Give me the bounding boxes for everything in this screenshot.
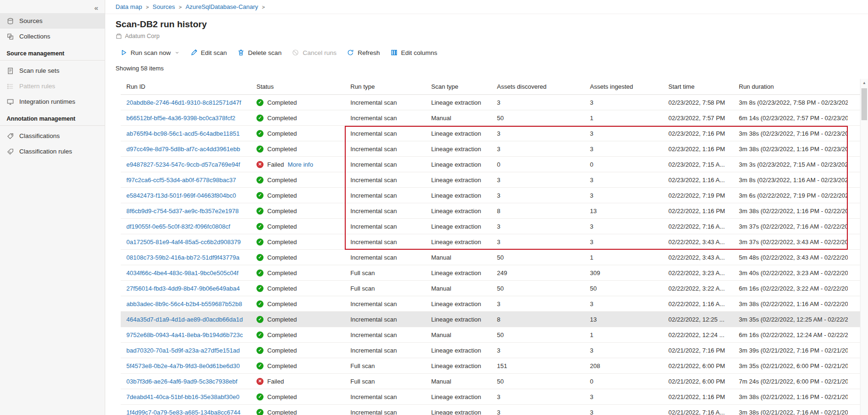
table-row[interactable]: 7deabd41-40ca-51bf-bb16-35e38abf30e0✓Com… (121, 389, 860, 405)
start-time-cell: 02/22/2022, 12:25 ... (663, 316, 733, 323)
table-row[interactable]: f97c2ca6-ccf5-53d4-ab0f-6778c98bac37✓Com… (121, 172, 860, 188)
table-row[interactable]: 27f56014-fbd3-4dd9-8b47-9b06e649aba4✓Com… (121, 281, 860, 296)
status-label: Completed (267, 300, 297, 307)
sidebar-item-classification-rules[interactable]: Classification rules (0, 144, 105, 159)
table-row[interactable]: 9752e68b-0943-4a41-8eba-9b194d6b723c✓Com… (121, 327, 860, 343)
edit-columns-button[interactable]: Edit columns (385, 46, 442, 60)
assets-ingested-cell: 309 (584, 269, 663, 277)
run-id-link[interactable]: 8f6cb9d9-c754-5d37-ae9c-fb357e2e1978 (126, 208, 239, 215)
table-row[interactable]: 20abdb8e-2746-46d1-9310-8c812571d47f✓Com… (121, 95, 860, 110)
run-id-link[interactable]: d97cc49e-8d79-5d8b-af7c-ac4dd3961ebb (126, 146, 240, 153)
status-completed-icon: ✓ (256, 316, 264, 323)
run-id-link[interactable]: e9487827-5234-547c-9ccb-d57ca769e94f (126, 161, 240, 168)
run-id-link[interactable]: f97c2ca6-ccf5-53d4-ab0f-6778c98bac37 (126, 177, 236, 184)
table-row[interactable]: 1f4d99c7-0a79-5e83-a685-134ba8cc6744✓Com… (121, 405, 860, 415)
table-row[interactable]: e9487827-5234-547c-9ccb-d57ca769e94f✕Fai… (121, 157, 860, 172)
table-row[interactable]: df19055f-0e65-5c0f-83f2-f096fc0808cf✓Com… (121, 219, 860, 234)
breadcrumb-link-data-map[interactable]: Data map (116, 3, 142, 10)
run-id-link[interactable]: df19055f-0e65-5c0f-83f2-f096fc0808cf (126, 223, 230, 230)
toolbar-button-label: Cancel runs (302, 49, 336, 56)
table-row[interactable]: 5f4573e8-0b2e-4a7b-9fd3-8e0d61be6d30✓Com… (121, 358, 860, 374)
run-id-link[interactable]: bad70320-70a1-5d9f-a23a-a27df5e151ad (126, 347, 240, 354)
cancel-runs-button: Cancel runs (287, 46, 341, 60)
run-id-link[interactable]: 08108c73-59b2-416a-bb72-51df9f43779a (126, 254, 240, 261)
run-id-link[interactable]: 1f4d99c7-0a79-5e83-a685-134ba8cc6744 (126, 409, 240, 415)
table-row[interactable]: 4034f66c-4be4-483c-98a1-9bc0e505c04f✓Com… (121, 265, 860, 281)
assets-ingested-cell: 13 (584, 316, 663, 323)
delete-scan-button[interactable]: Delete scan (232, 46, 287, 60)
status-label: Completed (267, 331, 297, 338)
sidebar-item-sources[interactable]: Sources (0, 13, 105, 29)
sidebar-collapse-button[interactable]: « (93, 2, 100, 13)
status-cell: ✓Completed (251, 208, 345, 215)
assets-ingested-cell: 3 (584, 409, 663, 415)
run-id-link[interactable]: ab765f94-bc98-56c1-acd5-6c4adbe11851 (126, 130, 240, 137)
table-row[interactable]: b66512bf-bf5e-4a36-9398-bc0ca378fcf2✓Com… (121, 110, 860, 126)
table-row[interactable]: 464a35d7-d1a9-4d1d-ae89-d0acdb66da1d✓Com… (121, 312, 860, 327)
sidebar-item-classifications[interactable]: Classifications (0, 128, 105, 144)
column-header-scan-type[interactable]: Scan type (426, 83, 491, 90)
scan-type-cell: Lineage extraction (426, 300, 491, 307)
status-completed-icon: ✓ (256, 285, 264, 292)
run-id-link[interactable]: 03b7f3d6-ae26-4af6-9ad9-5c38c7938ebf (126, 378, 237, 385)
scrollbar-thumb[interactable] (861, 88, 867, 120)
column-header-assets-discovered[interactable]: Assets discovered (491, 83, 584, 90)
status-completed-icon: ✓ (256, 192, 264, 199)
column-header-status[interactable]: Status (251, 83, 345, 90)
vertical-scrollbar[interactable]: ▲ (860, 79, 868, 415)
breadcrumb-link-sources[interactable]: Sources (153, 3, 175, 10)
run-id-link[interactable]: b66512bf-bf5e-4a36-9398-bc0ca378fcf2 (126, 115, 235, 122)
breadcrumb-link-azuresqldatabase-canary[interactable]: AzureSqlDatabase-Canary (186, 3, 258, 10)
table-row[interactable]: d97cc49e-8d79-5d8b-af7c-ac4dd3961ebb✓Com… (121, 141, 860, 157)
table-row[interactable]: bad70320-70a1-5d9f-a23a-a27df5e151ad✓Com… (121, 343, 860, 358)
run-id-link[interactable]: 20abdb8e-2746-46d1-9310-8c812571d47f (126, 99, 241, 106)
column-header-run-duration[interactable]: Run duration (733, 83, 848, 90)
run-id-link[interactable]: 0a172505-81e9-4af4-85a5-cc6b2d908379 (126, 238, 241, 246)
column-header-assets-ingested[interactable]: Assets ingested (584, 83, 663, 90)
run-id-link[interactable]: 7deabd41-40ca-51bf-bb16-35e38abf30e0 (126, 393, 240, 400)
sidebar-item-scan-rule-sets[interactable]: Scan rule sets (0, 63, 105, 78)
run-id-cell: df19055f-0e65-5c0f-83f2-f096fc0808cf (121, 223, 251, 230)
column-header-start-time[interactable]: Start time (663, 83, 733, 90)
scan-type-cell: Lineage extraction (426, 208, 491, 215)
column-header-run-type[interactable]: Run type (345, 83, 426, 90)
status-completed-icon: ✓ (256, 300, 264, 307)
run-id-link[interactable]: 464a35d7-d1a9-4d1d-ae89-d0acdb66da1d (126, 316, 243, 323)
sidebar-item-collections[interactable]: Collections (0, 29, 105, 44)
scan-rule-sets-icon (7, 67, 15, 75)
table-row[interactable]: e5842473-f13d-501f-969f-04663f804bc0✓Com… (121, 188, 860, 203)
run-duration-cell: 3m 8s (02/23/2022, 7:58 PM - 02/23/2022,… (733, 99, 848, 106)
table-row[interactable]: ab765f94-bc98-56c1-acd5-6c4adbe11851✓Com… (121, 126, 860, 141)
items-count: Showing 58 items (116, 65, 868, 72)
sidebar-section-header-annotation-management: Annotation management (0, 109, 105, 126)
scan-type-cell: Lineage extraction (426, 316, 491, 323)
scan-type-cell: Manual (426, 285, 491, 292)
run-id-link[interactable]: 4034f66c-4be4-483c-98a1-9bc0e505c04f (126, 269, 239, 277)
status-completed-icon: ✓ (256, 177, 264, 184)
run-id-link[interactable]: 27f56014-fbd3-4dd9-8b47-9b06e649aba4 (126, 285, 240, 292)
more-info-link[interactable]: More info (287, 161, 313, 168)
run-duration-cell: 3m 40s (02/22/2022, 3:23 AM - 02/22/2022… (733, 269, 848, 277)
collection-icon (116, 33, 122, 39)
run-id-link[interactable]: 5f4573e8-0b2e-4a7b-9fd3-8e0d61be6d30 (126, 362, 240, 369)
table-row[interactable]: 03b7f3d6-ae26-4af6-9ad9-5c38c7938ebf✕Fai… (121, 374, 860, 389)
start-time-cell: 02/22/2022, 7:16 A... (663, 223, 733, 230)
table-row[interactable]: 08108c73-59b2-416a-bb72-51df9f43779a✓Com… (121, 250, 860, 265)
edit-scan-button[interactable]: Edit scan (185, 46, 232, 60)
run-scan-now-button[interactable]: Run scan now (115, 46, 185, 60)
run-id-link[interactable]: e5842473-f13d-501f-969f-04663f804bc0 (126, 192, 236, 199)
column-header-run-id[interactable]: Run ID (121, 83, 251, 90)
sidebar-item-integration-runtimes[interactable]: Integration runtimes (0, 94, 105, 109)
run-id-cell: ab765f94-bc98-56c1-acd5-6c4adbe11851 (121, 130, 251, 137)
run-id-link[interactable]: 9752e68b-0943-4a41-8eba-9b194d6b723c (126, 331, 243, 338)
run-id-link[interactable]: abb3adec-8b9c-56c4-b2b4-b559687b52b8 (126, 300, 242, 307)
classification-rules-icon (7, 148, 15, 155)
table-row[interactable]: 0a172505-81e9-4af4-85a5-cc6b2d908379✓Com… (121, 234, 860, 250)
scrollbar-up-arrow-icon[interactable]: ▲ (860, 79, 868, 86)
refresh-icon (347, 49, 354, 56)
table-row[interactable]: abb3adec-8b9c-56c4-b2b4-b559687b52b8✓Com… (121, 296, 860, 312)
assets-ingested-cell: 3 (584, 177, 663, 184)
refresh-button[interactable]: Refresh (341, 46, 385, 60)
table-row[interactable]: 8f6cb9d9-c754-5d37-ae9c-fb357e2e1978✓Com… (121, 203, 860, 219)
run-type-cell: Incremental scan (345, 192, 426, 199)
